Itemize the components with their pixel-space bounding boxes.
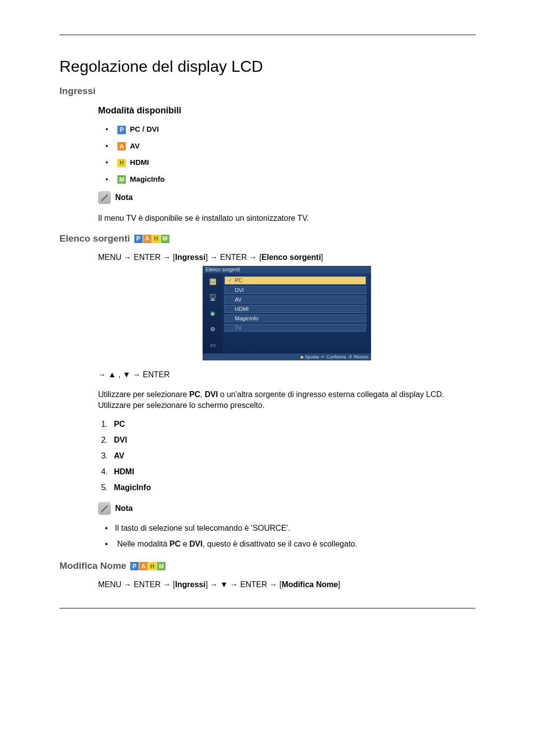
a-icon: A (117, 142, 126, 151)
mode-label: PC / DVI (130, 125, 159, 133)
bottom-rule (59, 608, 476, 608)
mode-label: MagicInfo (130, 175, 164, 183)
mode-label: HDMI (130, 158, 149, 166)
section-ingressi-heading: Ingressi (59, 86, 476, 97)
m-icon: M (161, 235, 169, 243)
modes-heading: Modalità disponibili (98, 105, 476, 116)
arrows-line: → ▲ , ▼ → ENTER (98, 370, 476, 379)
note-text: Il menu TV è disponibile se è installato… (98, 213, 476, 224)
list-item: DVI (110, 436, 476, 445)
h-icon: H (117, 159, 126, 167)
badge-row: PAHM (134, 234, 170, 243)
modes-list: P PC / DVI A AV H HDMI M MagicInfo (106, 125, 476, 184)
note-bullets: Il tasto di selezione sul telecomando è … (105, 524, 476, 549)
elenco-description: Utilizzare per selezionare PC, DVI o un'… (98, 389, 476, 411)
osd-item-dvi: DVI (224, 286, 366, 294)
osd-item-tv: TV (224, 324, 366, 332)
top-rule (59, 35, 476, 35)
a-icon: A (143, 235, 152, 243)
section-elenco-heading: Elenco sorgenti (59, 233, 130, 244)
note-block-2: Nota (98, 502, 476, 515)
list-item: MagicInfo (110, 483, 476, 492)
osd-icon-input: ▭ (207, 340, 218, 351)
note-icon (98, 191, 111, 204)
menu-path-elenco: MENU → ENTER → [Ingressi] → ENTER → [Ele… (98, 253, 476, 262)
mode-item-pc: P PC / DVI (106, 125, 476, 134)
osd-sidebar: 🖼️ 🖥️ ◉ ⚙ ▭ (203, 273, 222, 353)
osd-title: Elenco sorgenti (203, 266, 371, 273)
a-icon: A (139, 562, 148, 570)
source-ordered-list: PC DVI AV HDMI MagicInfo (110, 420, 476, 492)
badge-row: PAHM (130, 561, 166, 570)
note-label: Nota (115, 504, 133, 512)
mode-label: AV (130, 142, 140, 150)
page-title: Regolazione del display LCD (59, 57, 476, 76)
h-icon: H (148, 562, 157, 570)
note-label: Nota (115, 193, 133, 202)
osd-item-av: AV (224, 296, 366, 303)
m-icon: M (117, 175, 126, 184)
osd-icon-setup: ⚙ (207, 324, 218, 335)
p-icon: P (117, 126, 126, 134)
list-item: HDMI (110, 467, 476, 476)
mode-item-magicinfo: M MagicInfo (106, 175, 476, 184)
osd-icon-picture: 🖼️ (207, 276, 218, 287)
osd-item-pc: ✔PC (224, 276, 366, 285)
note-icon (98, 502, 111, 515)
p-icon: P (130, 562, 139, 570)
note-bullet-2: Nelle modalità PC e DVI, questo è disatt… (105, 540, 476, 549)
osd-screenshot: Elenco sorgenti 🖼️ 🖥️ ◉ ⚙ ▭ ✔PC DVI AV H… (203, 266, 371, 360)
osd-list: ✔PC DVI AV HDMI MagicInfo TV (222, 273, 371, 353)
menu-path-modifica: MENU → ENTER → [Ingressi] → ▼ → ENTER → … (98, 580, 476, 589)
osd-icon-display: 🖥️ (207, 292, 218, 303)
osd-item-hdmi: HDMI (224, 305, 366, 313)
mode-item-av: A AV (106, 142, 476, 151)
list-item: AV (110, 452, 476, 460)
list-item: PC (110, 420, 476, 429)
m-icon: M (157, 562, 165, 570)
note-bullet-1: Il tasto di selezione sul telecomando è … (105, 524, 476, 533)
h-icon: H (152, 235, 160, 243)
section-modifica-heading: Modifica Nome (59, 560, 126, 571)
osd-icon-sound: ◉ (207, 308, 218, 319)
mode-item-hdmi: H HDMI (106, 158, 476, 167)
p-icon: P (134, 235, 143, 243)
osd-footer: ◆ Sposta ↵ Conferma ↺ Ritorno (203, 353, 371, 360)
osd-item-magicinfo: MagicInfo (224, 314, 366, 322)
note-block: Nota (98, 191, 476, 204)
